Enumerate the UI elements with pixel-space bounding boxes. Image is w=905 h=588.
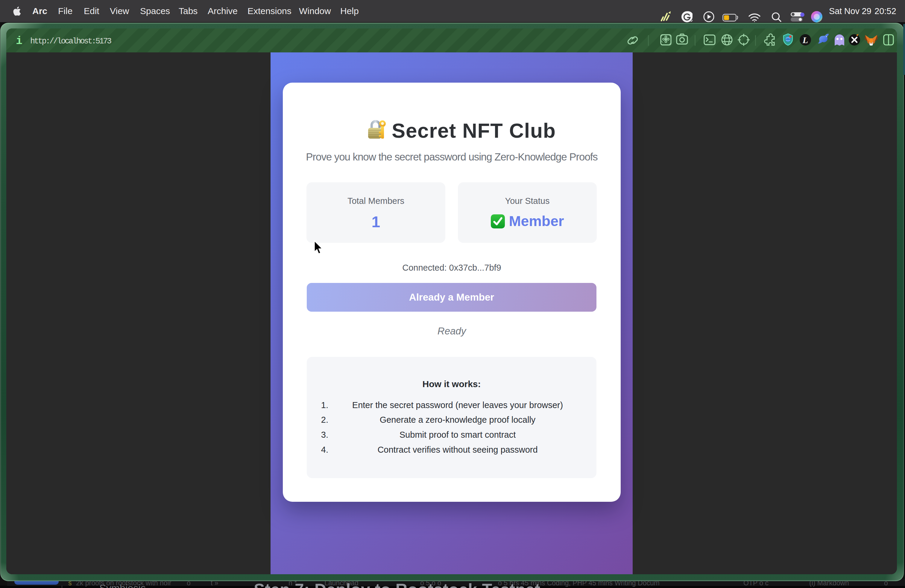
svg-text:L: L — [802, 35, 808, 45]
